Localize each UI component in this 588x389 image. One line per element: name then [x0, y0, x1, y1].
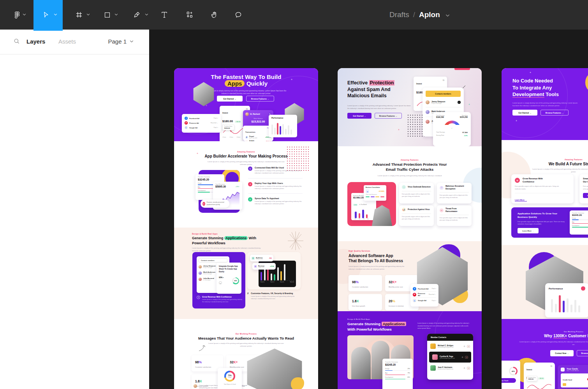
threat-icon: ✂ — [440, 209, 444, 212]
bookmark-icon: ⧉ — [443, 79, 444, 82]
shield-icon: ⛉ — [440, 186, 444, 190]
phone-icon[interactable]: ✆ — [464, 367, 465, 369]
wallet-greeting: Hi, Rachard — [250, 113, 260, 115]
f3-browse-features-button[interactable]: Browse Features → — [540, 110, 569, 116]
learn-more-link[interactable]: Learn More → — [515, 199, 527, 202]
record-dot — [581, 286, 585, 291]
usage-ring: 75% Used — [224, 371, 235, 382]
mail-icon[interactable]: ✉ — [467, 367, 470, 370]
f3-browse-features-button2[interactable]: Browse Features → — [577, 350, 588, 356]
learn-more-button[interactable]: Learn More → — [583, 193, 588, 198]
social-row: f Facebook Ad Paid ↗ — [185, 116, 218, 121]
shape-tool-button[interactable] — [97, 0, 123, 30]
resources-tool-button[interactable] — [181, 0, 199, 30]
mail-icon[interactable]: ✉ — [467, 345, 470, 348]
transactions-label: Transactions — [245, 131, 255, 133]
sparkle-icon: + — [286, 141, 287, 142]
hand-tool-button[interactable] — [205, 0, 223, 30]
canvas-frame-home[interactable]: + + The Fastest Way To Build Apps Quickl… — [174, 68, 318, 389]
chevron-down-icon[interactable] — [86, 13, 90, 16]
doodle-decoration — [198, 345, 207, 352]
tooltip-value: $230.00 — [224, 127, 232, 129]
revenue-badge: ▤ Revenue 26 April 2023 +$190 — [252, 263, 276, 270]
f1-get-started-button[interactable]: Get Started → — [217, 96, 243, 102]
f1-workflows-subtitle: Lorem Ipsum is simply of the printing an… — [192, 247, 262, 252]
breadcrumb-file[interactable]: Aplon — [419, 11, 440, 19]
f3-hero-section: + + No Code Needed To Integrate Any Deve… — [502, 68, 588, 140]
f3-feature-card-2: Smart & Clean User Interface For Our Act… — [579, 174, 588, 203]
f3-contact-now-button[interactable]: Contact Now → — [550, 350, 574, 356]
member-row: Jenny Simpson Project manager ✓ — [426, 100, 461, 107]
f3-feature-card-1: ⊕ Grow Revenue With Confidence Duis grav… — [511, 174, 574, 203]
f2-features-section: Amazing Features Advanced Threat Protect… — [338, 146, 482, 241]
chevron-down-icon[interactable] — [114, 13, 118, 16]
sparkle-icon: + — [516, 119, 517, 122]
f1-browse-features-button[interactable]: Browse Features → — [246, 96, 274, 102]
audience-icon: ▥ — [252, 257, 255, 260]
google-icon: G — [413, 299, 416, 302]
avatar — [245, 112, 249, 116]
sparkle-icon: + — [468, 103, 470, 106]
frame-tool-button[interactable] — [68, 0, 95, 30]
text-tool-button[interactable] — [156, 0, 173, 30]
active-tool-indicator — [33, 30, 63, 31]
figma-logo-icon — [13, 11, 21, 19]
page-selector[interactable]: Page 1 — [108, 38, 134, 45]
chevron-down-icon[interactable] — [145, 13, 148, 16]
comment-bubble-icon — [234, 11, 242, 19]
credit-card: Credit Card 6698 4781 3214 8569 Exp End … — [561, 373, 588, 387]
f2-transfer-card: Transfer Overview $3245.20 Design29% App… — [382, 359, 413, 389]
f1-hero-section: + + The Fastest Way To Build Apps Quickl… — [174, 68, 318, 141]
move-tool-button[interactable] — [33, 0, 63, 30]
f1-workflows-tag: Design & Build Real Apps — [192, 233, 218, 235]
f2-services-section: High Quality Services Advanced Software … — [338, 241, 482, 311]
tab-assets[interactable]: Assets — [58, 38, 76, 45]
f2-expense-visual: Expense Analysis $3,589,125 2.5% In This… — [347, 182, 396, 226]
spark-icon: ✦ — [202, 202, 205, 206]
banner-learn-more-button[interactable]: Learn More → — [518, 228, 539, 233]
f2-get-started-button[interactable]: Get Started → — [347, 113, 371, 119]
phone-icon[interactable]: ✆ — [464, 345, 465, 347]
canvas-frame-nocode[interactable]: + + No Code Needed To Integrate Any Deve… — [502, 68, 588, 389]
f3-get-started-button[interactable]: Get Started → — [512, 110, 537, 116]
google-icon: G — [185, 126, 188, 129]
chevron-down-icon[interactable] — [445, 14, 450, 17]
pinterest-icon: P — [185, 121, 188, 124]
f2-browse-features-button[interactable]: Browse Features → — [375, 113, 402, 119]
clean-trash-button[interactable]: Clean Trash — [502, 378, 516, 383]
search-icon[interactable] — [13, 38, 20, 45]
f2-services-tag: High Quality Services — [349, 250, 370, 252]
figma-menu-button[interactable] — [5, 0, 29, 30]
canvas-frame-protection[interactable]: + + + Effective Protection Against Spam … — [338, 68, 482, 389]
social-row: G Google Ad Paid ↗ — [413, 298, 436, 303]
consultation-card: Business Consultation ☁ -12.56% Other ha… — [364, 185, 386, 201]
layers-panel-header: Layers Assets Page 1 — [0, 30, 149, 54]
stat-card: 1.8X User base growth — [349, 294, 382, 310]
f1-hero-title-line1: The Fastest Way To Build — [174, 74, 318, 80]
mail-icon[interactable]: ✉ — [465, 356, 468, 359]
pen-tool-button[interactable] — [125, 0, 153, 30]
f3-title-underline: Development — [512, 91, 544, 98]
f1-social-ads-card: f Facebook Ad Paid ↗ P Pinterest Ad Reac… — [182, 114, 221, 133]
f2-title-highlight: Protection — [369, 80, 395, 86]
comment-tool-button[interactable] — [229, 0, 247, 30]
tab-layers[interactable]: Layers — [26, 38, 45, 45]
f1-workflows-section: Design & Build Real Apps Generate Stunni… — [174, 228, 318, 319]
f3-process-subtitle: Lorem Ipsum is simply of the printing an… — [519, 341, 588, 346]
plus-icon: + — [219, 281, 222, 284]
f1-hero-title-highlight: Apps — [225, 80, 245, 87]
f1-process-subtitle: Lorem Ipsum is simply of the printing an… — [207, 342, 285, 348]
feature-card: ◔ Virus Outbreak Detection Duis gravida … — [399, 183, 434, 203]
breadcrumb-folder[interactable]: Drafts — [389, 11, 409, 19]
nav-accent-tab — [454, 68, 470, 70]
feature-item: ➜ Deploy Your App With Users Lorem Ipsum… — [248, 179, 303, 194]
back-icon[interactable]: ‹ — [561, 368, 565, 371]
phone-icon[interactable]: ✆ — [462, 356, 463, 358]
yellow-blob — [291, 377, 304, 389]
f3-features-title: We Build A Future Strategy — [502, 162, 588, 166]
chevron-down-icon[interactable] — [54, 13, 57, 16]
f3-process-underline: 1300K+ — [553, 334, 567, 338]
social-row: f Facebook Ad Paid ↗ — [413, 286, 436, 292]
f3-process-section: Our Working Process Why 1300K+ Customer … — [502, 319, 588, 389]
avatar — [432, 354, 438, 360]
